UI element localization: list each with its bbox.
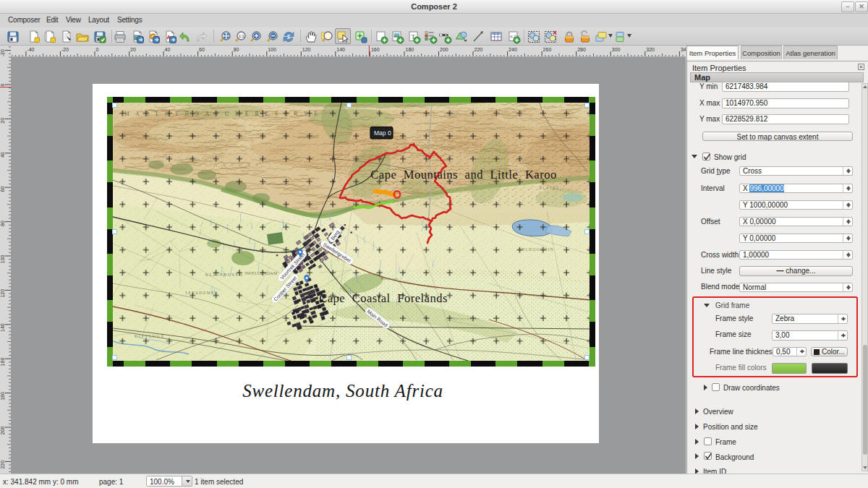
svg-text:80: 80 [0,221,5,226]
svg-text:160: 160 [0,358,5,367]
svg-text:D u i w e n h o k s: D u i w e n h o k s [453,317,480,320]
svg-text:220: 220 [475,47,483,52]
svg-text:S E R A D O M E N: S E R A D O M E N [185,291,218,295]
svg-text:120: 120 [302,47,311,52]
svg-text:180: 180 [406,47,414,52]
svg-text:0: 0 [96,47,99,52]
svg-text:N A T U R E: N A T U R E [214,163,260,167]
svg-text:60: 60 [199,47,205,52]
svg-text:100: 100 [0,254,5,263]
svg-text:K L E I N B O S E N: K L E I N B O S E N [205,273,243,277]
svg-text:SWELLENDAM: SWELLENDAM [244,270,278,275]
svg-text:160: 160 [371,47,380,52]
svg-text:140: 140 [336,47,345,52]
svg-text:40: 40 [0,152,5,158]
svg-text:120: 120 [0,289,5,298]
svg-text:1:1: 1:1 [239,34,244,38]
svg-text:-20: -20 [0,49,5,56]
svg-text:300: 300 [612,47,621,52]
svg-text:Cape Mountains and Little Karo: Cape Mountains and Little Karoo [370,168,556,181]
svg-text:Moordenaar: Moordenaar [380,277,399,281]
svg-text:340: 340 [681,47,686,52]
svg-text:M A R L O T H N A T U R E: M A R L O T H N A T U R E R E S E R V E [124,111,320,117]
svg-text:280: 280 [577,47,586,52]
svg-text:220: 220 [0,461,5,469]
svg-text:P L A T K L: P L A T K L [540,186,559,190]
svg-text:320: 320 [646,47,655,52]
svg-text:A H L D O G G H I N: A H L D O G G H I N [518,247,553,252]
svg-text:Map 0: Map 0 [374,129,391,137]
svg-text:200: 200 [0,426,5,435]
svg-text:0: 0 [0,83,5,86]
svg-text:80: 80 [234,47,239,52]
svg-text:240: 240 [509,47,517,52]
svg-text:Cape Coastal Forelands: Cape Coastal Forelands [319,291,448,305]
svg-text:200: 200 [440,47,448,52]
svg-text:-40: -40 [27,47,34,52]
svg-text:60: 60 [0,187,5,192]
svg-text:260: 260 [543,47,552,52]
svg-text:20: 20 [0,118,5,124]
svg-text:U I T V L U G T: U I T V L U G T [135,334,163,338]
svg-text:180: 180 [0,392,5,401]
svg-text:20: 20 [130,47,136,52]
svg-text:-20: -20 [61,47,69,52]
svg-text:140: 140 [0,323,5,332]
svg-text:40: 40 [165,47,171,52]
svg-text:100: 100 [268,47,276,52]
